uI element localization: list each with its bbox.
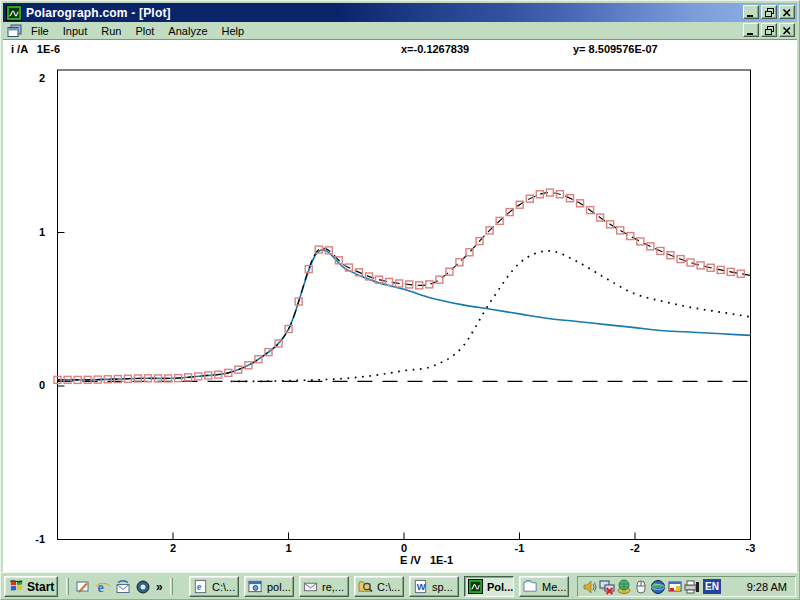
polarograph-icon	[468, 579, 484, 595]
folder-window-icon	[523, 579, 539, 595]
start-button[interactable]: Start	[4, 576, 58, 597]
plot-client-area: i /A 1E-6 x=-0.1267839 y= 8.509576E-07 2…	[3, 39, 797, 574]
y-tick-label: -1	[15, 533, 45, 545]
x-tick-label: 1	[274, 542, 304, 554]
app-window-icon	[248, 579, 264, 595]
taskbar-button-label: Me...	[542, 581, 566, 593]
system-tray: EN 9:28 AM	[577, 576, 796, 597]
taskbar-button-label: C:\...	[212, 581, 235, 593]
taskbar-clock[interactable]: 9:28 AM	[747, 581, 787, 593]
connection-icon[interactable]	[616, 579, 632, 595]
taskbar-button-label: sp...	[432, 581, 453, 593]
close-button[interactable]	[779, 5, 795, 19]
plot-canvas[interactable]	[1, 40, 800, 575]
x-tick-label: 2	[158, 542, 188, 554]
child-close-button[interactable]	[779, 23, 795, 37]
y-tick-label: 0	[15, 379, 45, 391]
word-document-icon: W	[413, 579, 429, 595]
taskbar-button-label: pol...	[267, 581, 291, 593]
taskbar-button-ie-window[interactable]: e C:\...	[189, 576, 239, 597]
media-player-icon[interactable]	[134, 578, 152, 596]
x-tick-label: -1	[505, 542, 535, 554]
menu-file[interactable]: File	[24, 23, 56, 39]
menu-plot[interactable]: Plot	[128, 23, 161, 39]
taskbar-button-label: Pol...	[487, 581, 513, 593]
windows-logo-icon	[9, 578, 24, 596]
outlook-express-icon[interactable]	[114, 578, 132, 596]
quick-launch-overflow-chevron[interactable]: »	[154, 580, 165, 594]
taskbar-button-me[interactable]: Me...	[519, 576, 569, 597]
polarograph-app-icon	[6, 5, 22, 21]
x-tick-label: -3	[736, 542, 766, 554]
child-minimize-button[interactable]	[743, 23, 759, 37]
toolbar-grip[interactable]	[170, 578, 173, 595]
menu-analyze[interactable]: Analyze	[161, 23, 214, 39]
title-bar[interactable]: Polarograph.com - [Plot]	[3, 3, 797, 22]
taskbar-button-search[interactable]: C:\...	[354, 576, 404, 597]
y-tick-label: 1	[15, 226, 45, 238]
start-label: Start	[27, 580, 54, 594]
svg-text:e: e	[98, 580, 104, 595]
svg-text:e: e	[197, 581, 202, 592]
menu-input[interactable]: Input	[56, 23, 94, 39]
language-indicator[interactable]: EN	[703, 579, 721, 594]
child-window-icon[interactable]	[7, 24, 22, 38]
x-tick-label: -2	[620, 542, 650, 554]
taskbar-button-pol[interactable]: pol...	[244, 576, 294, 597]
x-axis-title: E /V 1E-1	[400, 554, 453, 566]
menu-run[interactable]: Run	[94, 23, 128, 39]
ie-document-icon: e	[193, 579, 209, 595]
search-results-icon	[358, 579, 374, 595]
menu-bar: File Input Run Plot Analyze Help	[3, 22, 797, 39]
internet-globe-icon[interactable]	[650, 579, 666, 595]
show-desktop-icon[interactable]	[74, 578, 92, 596]
taskbar-button-mail[interactable]: re,...	[299, 576, 349, 597]
taskbar-button-label: re,...	[322, 581, 344, 593]
svg-text:W: W	[417, 582, 426, 592]
quick-launch-bar: e »	[63, 576, 176, 597]
y-tick-label: 2	[15, 72, 45, 84]
application-window: Polarograph.com - [Plot] File Input Run …	[0, 0, 800, 600]
internet-explorer-icon[interactable]: e	[94, 578, 112, 596]
taskbar-button-polarograph-active[interactable]: Pol...	[464, 576, 514, 597]
taskbar-button-label: C:\...	[377, 581, 400, 593]
x-tick-label: 0	[389, 542, 419, 554]
taskbar: Start e » e C:\... pol... re,... C:\...	[1, 572, 799, 599]
menu-help[interactable]: Help	[215, 23, 252, 39]
restore-button[interactable]	[761, 5, 777, 19]
mouse-icon[interactable]	[633, 579, 649, 595]
volume-icon[interactable]	[582, 579, 598, 595]
toolbar-grip[interactable]	[66, 578, 69, 595]
window-title: Polarograph.com - [Plot]	[26, 6, 171, 20]
printer-icon[interactable]	[684, 579, 700, 595]
network-error-icon[interactable]	[599, 579, 615, 595]
taskbar-button-word[interactable]: W sp...	[409, 576, 459, 597]
display-settings-icon[interactable]	[667, 579, 683, 595]
child-restore-button[interactable]	[761, 23, 777, 37]
minimize-button[interactable]	[743, 5, 759, 19]
mail-icon	[303, 579, 319, 595]
